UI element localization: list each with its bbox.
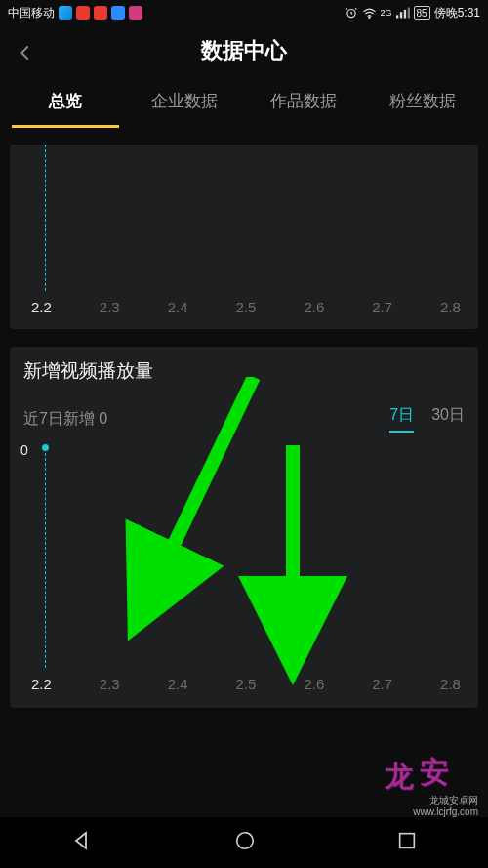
wifi-icon (362, 7, 377, 19)
svg-point-8 (237, 833, 254, 849)
page-header: 数据中心 (0, 25, 488, 76)
page-title: 数据中心 (201, 36, 287, 65)
xaxis-tick: 2.3 (100, 676, 120, 692)
xaxis-tick: 2.5 (236, 299, 257, 315)
network-type: 2G (381, 8, 392, 18)
nav-back-icon[interactable] (70, 829, 94, 856)
section-title: 新增视频播放量 (23, 358, 465, 384)
svg-rect-5 (407, 8, 409, 19)
period-tabs: 7日 30日 (389, 405, 465, 433)
stat-summary: 近7日新增 0 (23, 409, 107, 430)
nav-home-icon[interactable] (234, 830, 256, 855)
nav-recent-icon[interactable] (396, 830, 418, 855)
main-tabs: 总览 企业数据 作品数据 粉丝数据 (0, 76, 488, 125)
xaxis-tick: 2.8 (440, 676, 461, 692)
xaxis-tick: 2.2 (31, 299, 52, 315)
svg-rect-3 (399, 12, 401, 18)
xaxis-tick: 2.7 (372, 676, 392, 692)
chart-xaxis-top: 2.2 2.3 2.4 2.5 2.6 2.7 2.8 (23, 299, 465, 315)
tab-overview[interactable]: 总览 (6, 82, 125, 120)
alarm-icon (345, 6, 358, 20)
app-icon-2 (76, 6, 90, 20)
tab-enterprise[interactable]: 企业数据 (125, 82, 244, 120)
xaxis-tick: 2.5 (236, 676, 257, 692)
xaxis-tick: 2.6 (304, 299, 324, 315)
watermark-url: www.lcjrfg.com (413, 806, 478, 818)
watermark-site: 龙城安卓网 (413, 795, 478, 806)
status-time: 傍晚5:31 (434, 5, 480, 21)
app-icon-3 (94, 6, 107, 20)
period-tab-30d[interactable]: 30日 (431, 405, 465, 433)
svg-rect-4 (403, 10, 405, 19)
system-nav-bar (0, 817, 488, 868)
svg-rect-2 (396, 15, 398, 18)
chart-plot-top (45, 145, 459, 291)
tab-fans[interactable]: 粉丝数据 (363, 82, 482, 120)
app-icon-5 (129, 6, 142, 20)
content-area: 2.2 2.3 2.4 2.5 2.6 2.7 2.8 新增视频播放量 近7日新… (0, 125, 488, 708)
chart-point-icon (42, 444, 49, 451)
tab-works[interactable]: 作品数据 (244, 82, 363, 120)
signal-icon (396, 7, 410, 19)
watermark: 龙 安 龙城安卓网 www.lcjrfg.com (367, 757, 484, 817)
xaxis-tick: 2.4 (168, 676, 188, 692)
period-tab-7d[interactable]: 7日 (389, 405, 414, 433)
chart-card-top: 2.2 2.3 2.4 2.5 2.6 2.7 2.8 (10, 145, 478, 329)
app-icon-4 (111, 6, 125, 20)
svg-rect-9 (400, 834, 415, 848)
xaxis-tick: 2.2 (31, 676, 52, 692)
xaxis-tick: 2.7 (372, 299, 392, 315)
chart-plot-main: 0 (45, 448, 459, 668)
battery-indicator: 85 (414, 6, 430, 20)
xaxis-tick: 2.8 (440, 299, 461, 315)
app-icon-1 (59, 6, 72, 20)
xaxis-tick: 2.6 (304, 676, 324, 692)
xaxis-tick: 2.3 (100, 299, 120, 315)
y-zero-label: 0 (20, 442, 28, 458)
svg-point-1 (368, 17, 369, 18)
back-button[interactable] (12, 39, 39, 66)
xaxis-tick: 2.4 (168, 299, 188, 315)
chart-card-video-plays: 新增视频播放量 近7日新增 0 7日 30日 0 2.2 2.3 2.4 2.5… (10, 347, 478, 708)
chart-xaxis-main: 2.2 2.3 2.4 2.5 2.6 2.7 2.8 (23, 676, 465, 692)
status-bar: 中国移动 2G 85 傍晚5:31 (0, 0, 488, 25)
carrier-label: 中国移动 (8, 5, 55, 21)
